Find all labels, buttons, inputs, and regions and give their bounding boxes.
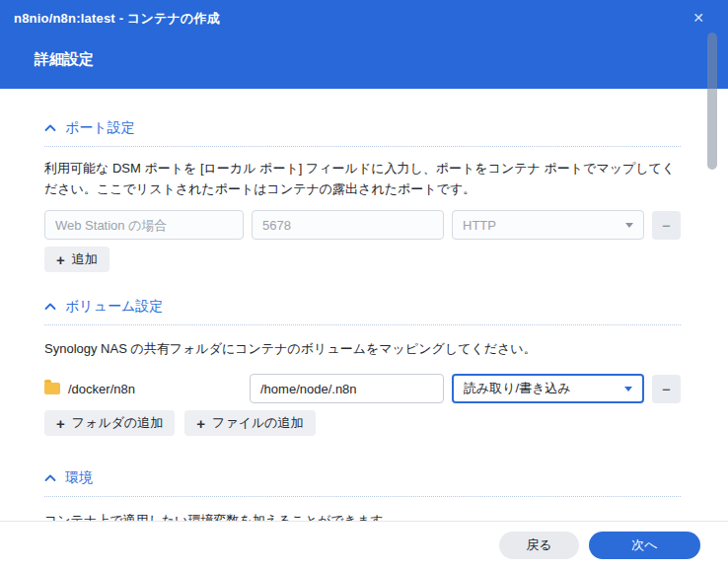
port-mapping-row: HTTP −	[44, 210, 681, 240]
close-icon[interactable]: ✕	[690, 9, 707, 27]
dialog-title: n8nio/n8n:latest - コンテナの作成	[14, 10, 220, 28]
dialog-footer: 戻る 次へ	[0, 521, 728, 569]
back-button[interactable]: 戻る	[499, 532, 579, 559]
volume-mapping-row: /docker/n8n 読み取り/書き込み −	[44, 374, 681, 403]
protocol-select[interactable]: HTTP	[452, 210, 644, 240]
protocol-value: HTTP	[463, 218, 496, 233]
volumes-description: Synology NAS の共有フォルダにコンテナのボリュームをマッピングしてく…	[44, 338, 676, 359]
vertical-scrollbar[interactable]	[707, 33, 717, 170]
add-port-label: 追加	[72, 250, 98, 268]
step-title: 詳細設定	[35, 50, 94, 69]
environment-description: コンテナ上で適用したい環境変数を加えることができます。	[44, 510, 676, 521]
folder-icon	[44, 383, 60, 394]
plus-icon: +	[56, 415, 65, 432]
permission-value: 読み取り/書き込み	[464, 380, 571, 397]
minus-icon: −	[662, 381, 671, 397]
add-file-button[interactable]: + ファイルの追加	[184, 410, 315, 436]
collapse-chevron-icon[interactable]	[44, 124, 56, 132]
section-header-ports: ポート設定	[44, 119, 681, 147]
dialog-body: ポート設定 利用可能な DSM ポートを [ローカル ポート] フィールドに入力…	[0, 89, 728, 521]
minus-icon: −	[662, 217, 671, 234]
volume-buttons-row: + フォルダの追加 + ファイルの追加	[44, 403, 681, 436]
local-port-input[interactable]	[44, 210, 244, 240]
remove-port-button[interactable]: −	[652, 211, 681, 240]
permission-select[interactable]: 読み取り/書き込み	[452, 374, 644, 403]
chevron-down-icon	[624, 387, 632, 391]
add-folder-label: フォルダの追加	[72, 414, 164, 432]
add-folder-button[interactable]: + フォルダの追加	[44, 410, 175, 436]
collapse-chevron-icon[interactable]	[44, 474, 56, 482]
create-container-dialog: n8nio/n8n:latest - コンテナの作成 ✕ 詳細設定 ポート設定 …	[0, 0, 728, 569]
next-button[interactable]: 次へ	[589, 532, 700, 559]
host-folder-cell: /docker/n8n	[44, 382, 250, 396]
remove-volume-button[interactable]: −	[652, 375, 681, 403]
add-file-label: ファイルの追加	[212, 414, 304, 432]
dialog-header: n8nio/n8n:latest - コンテナの作成 ✕ 詳細設定	[0, 0, 728, 89]
chevron-down-icon	[625, 223, 633, 228]
host-folder-path: /docker/n8n	[68, 382, 135, 396]
ports-description: 利用可能な DSM ポートを [ローカル ポート] フィールドに入力し、ポートを…	[44, 158, 676, 199]
add-port-button[interactable]: + 追加	[44, 247, 109, 272]
section-title-volumes: ボリューム設定	[65, 298, 163, 316]
section-title-environment: 環境	[65, 469, 93, 487]
section-title-ports: ポート設定	[65, 119, 135, 137]
section-header-environment: 環境	[44, 469, 681, 497]
plus-icon: +	[196, 415, 205, 432]
container-port-input	[252, 210, 444, 240]
plus-icon: +	[56, 251, 65, 268]
mount-path-input[interactable]	[250, 374, 444, 403]
collapse-chevron-icon[interactable]	[44, 303, 56, 311]
section-header-volumes: ボリューム設定	[44, 298, 681, 325]
